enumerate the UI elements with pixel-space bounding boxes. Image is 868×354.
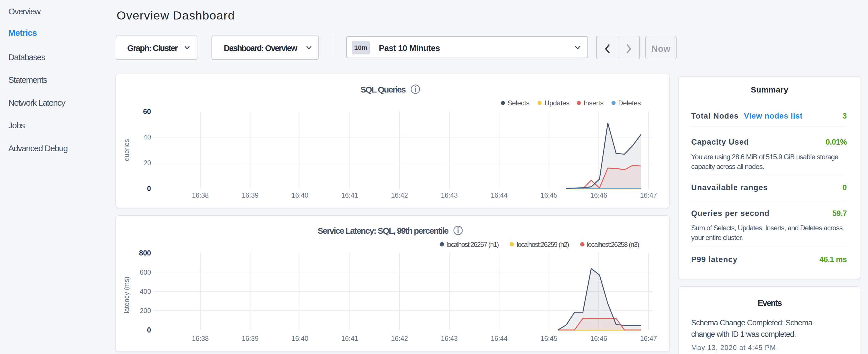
svg-text:16:46: 16:46 (590, 335, 607, 342)
svg-text:600: 600 (140, 269, 151, 276)
svg-text:16:47: 16:47 (640, 335, 657, 342)
svg-text:16:38: 16:38 (192, 335, 209, 342)
svg-text:Selects: Selects (507, 99, 530, 107)
svg-text:16:38: 16:38 (192, 192, 209, 199)
svg-text:200: 200 (140, 307, 151, 315)
svg-text:localhost:26259 (n2): localhost:26259 (n2) (517, 240, 569, 248)
svg-text:16:41: 16:41 (341, 335, 358, 342)
svg-text:40: 40 (144, 133, 151, 141)
svg-text:0: 0 (147, 185, 151, 192)
svg-text:16:42: 16:42 (391, 192, 408, 199)
svg-text:800: 800 (139, 249, 151, 257)
svg-text:latency (ms): latency (ms) (123, 277, 130, 313)
svg-text:Deletes: Deletes (618, 99, 641, 107)
svg-text:16:45: 16:45 (540, 335, 557, 342)
svg-text:16:46: 16:46 (590, 192, 607, 199)
svg-text:Updates: Updates (545, 99, 570, 107)
svg-text:16:45: 16:45 (540, 192, 557, 199)
svg-text:16:41: 16:41 (341, 192, 358, 199)
svg-text:localhost:26258 (n3): localhost:26258 (n3) (587, 240, 639, 248)
svg-text:16:43: 16:43 (441, 335, 458, 342)
svg-text:16:44: 16:44 (491, 192, 507, 199)
svg-text:Inserts: Inserts (584, 99, 603, 107)
svg-text:localhost:26257 (n1): localhost:26257 (n1) (446, 240, 499, 248)
svg-text:60: 60 (143, 107, 151, 116)
svg-text:16:47: 16:47 (640, 192, 657, 199)
svg-text:400: 400 (140, 288, 151, 295)
svg-text:16:43: 16:43 (441, 192, 458, 199)
svg-text:16:40: 16:40 (291, 192, 308, 199)
svg-text:0: 0 (147, 326, 151, 334)
svg-text:16:39: 16:39 (242, 192, 258, 199)
svg-text:20: 20 (144, 159, 151, 167)
svg-text:16:42: 16:42 (391, 335, 408, 342)
svg-text:16:44: 16:44 (491, 335, 507, 342)
svg-text:queries: queries (123, 139, 130, 161)
svg-text:16:39: 16:39 (242, 335, 258, 342)
svg-text:16:40: 16:40 (291, 335, 308, 342)
